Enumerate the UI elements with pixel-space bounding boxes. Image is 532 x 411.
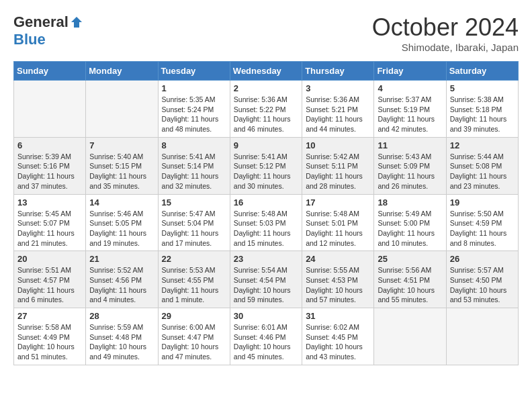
- day-number: 17: [306, 197, 370, 208]
- day-detail: Sunrise: 5:52 AM Sunset: 4:56 PM Dayligh…: [89, 265, 154, 305]
- logo-blue-text: Blue: [13, 31, 46, 48]
- day-number: 11: [378, 140, 442, 150]
- day-number: 26: [450, 254, 515, 264]
- calendar-cell: 9Sunrise: 5:41 AM Sunset: 5:12 PM Daylig…: [230, 137, 302, 194]
- day-number: 24: [306, 254, 370, 264]
- calendar-cell: 2Sunrise: 5:36 AM Sunset: 5:22 PM Daylig…: [230, 81, 302, 138]
- calendar-cell: 31Sunrise: 6:02 AM Sunset: 4:45 PM Dayli…: [302, 308, 374, 365]
- day-number: 27: [17, 311, 82, 321]
- day-number: 9: [234, 140, 298, 150]
- calendar-cell: 17Sunrise: 5:48 AM Sunset: 5:01 PM Dayli…: [302, 194, 374, 251]
- day-number: 18: [378, 197, 442, 208]
- day-number: 28: [89, 311, 154, 321]
- day-detail: Sunrise: 6:00 AM Sunset: 4:47 PM Dayligh…: [162, 322, 226, 362]
- calendar-cell: 14Sunrise: 5:46 AM Sunset: 5:05 PM Dayli…: [86, 194, 158, 251]
- day-detail: Sunrise: 5:37 AM Sunset: 5:19 PM Dayligh…: [378, 95, 442, 134]
- day-detail: Sunrise: 5:48 AM Sunset: 5:03 PM Dayligh…: [234, 209, 298, 248]
- day-number: 25: [378, 254, 442, 264]
- month-title: October 2024: [372, 13, 519, 42]
- calendar-cell: 15Sunrise: 5:47 AM Sunset: 5:04 PM Dayli…: [158, 194, 230, 251]
- week-row-4: 20Sunrise: 5:51 AM Sunset: 4:57 PM Dayli…: [14, 251, 519, 308]
- day-detail: Sunrise: 6:02 AM Sunset: 4:45 PM Dayligh…: [306, 322, 370, 362]
- calendar-cell: [14, 81, 86, 138]
- calendar-cell: 25Sunrise: 5:56 AM Sunset: 4:51 PM Dayli…: [374, 251, 446, 308]
- day-detail: Sunrise: 5:47 AM Sunset: 5:04 PM Dayligh…: [162, 209, 226, 248]
- day-detail: Sunrise: 5:35 AM Sunset: 5:24 PM Dayligh…: [162, 95, 226, 134]
- calendar-table: SundayMondayTuesdayWednesdayThursdayFrid…: [13, 61, 519, 365]
- day-number: 23: [234, 254, 298, 264]
- calendar-cell: [374, 308, 446, 365]
- day-number: 5: [450, 83, 515, 93]
- calendar-cell: 12Sunrise: 5:44 AM Sunset: 5:08 PM Dayli…: [446, 137, 518, 194]
- day-detail: Sunrise: 5:50 AM Sunset: 4:59 PM Dayligh…: [450, 209, 515, 248]
- calendar-cell: 3Sunrise: 5:36 AM Sunset: 5:21 PM Daylig…: [302, 81, 374, 138]
- day-number: 4: [378, 83, 442, 93]
- day-number: 22: [162, 254, 226, 264]
- day-number: 1: [162, 83, 226, 93]
- calendar-cell: 18Sunrise: 5:49 AM Sunset: 5:00 PM Dayli…: [374, 194, 446, 251]
- calendar-cell: 27Sunrise: 5:58 AM Sunset: 4:49 PM Dayli…: [14, 308, 86, 365]
- weekday-header-thursday: Thursday: [302, 62, 374, 81]
- day-detail: Sunrise: 5:42 AM Sunset: 5:11 PM Dayligh…: [306, 152, 370, 191]
- day-detail: Sunrise: 5:54 AM Sunset: 4:54 PM Dayligh…: [234, 265, 298, 305]
- day-detail: Sunrise: 5:39 AM Sunset: 5:16 PM Dayligh…: [17, 152, 82, 191]
- day-detail: Sunrise: 5:40 AM Sunset: 5:15 PM Dayligh…: [89, 152, 154, 191]
- weekday-header-monday: Monday: [86, 62, 158, 81]
- svg-marker-0: [71, 17, 82, 28]
- calendar-cell: 1Sunrise: 5:35 AM Sunset: 5:24 PM Daylig…: [158, 81, 230, 138]
- day-number: 7: [89, 140, 154, 150]
- weekday-header-sunday: Sunday: [14, 62, 86, 81]
- day-detail: Sunrise: 5:57 AM Sunset: 4:50 PM Dayligh…: [450, 265, 515, 305]
- calendar-cell: 7Sunrise: 5:40 AM Sunset: 5:15 PM Daylig…: [86, 137, 158, 194]
- calendar-cell: 11Sunrise: 5:43 AM Sunset: 5:09 PM Dayli…: [374, 137, 446, 194]
- day-detail: Sunrise: 5:55 AM Sunset: 4:53 PM Dayligh…: [306, 265, 370, 305]
- calendar-cell: [86, 81, 158, 138]
- logo: General Blue: [13, 13, 83, 48]
- day-detail: Sunrise: 5:43 AM Sunset: 5:09 PM Dayligh…: [378, 152, 442, 191]
- page-header: General Blue October 2024 Shimodate, Iba…: [13, 13, 519, 53]
- calendar-cell: 24Sunrise: 5:55 AM Sunset: 4:53 PM Dayli…: [302, 251, 374, 308]
- calendar-cell: 28Sunrise: 5:59 AM Sunset: 4:48 PM Dayli…: [86, 308, 158, 365]
- day-detail: Sunrise: 5:53 AM Sunset: 4:55 PM Dayligh…: [162, 265, 226, 305]
- day-number: 15: [162, 197, 226, 208]
- location: Shimodate, Ibaraki, Japan: [372, 42, 519, 53]
- day-detail: Sunrise: 5:56 AM Sunset: 4:51 PM Dayligh…: [378, 265, 442, 305]
- day-number: 14: [89, 197, 154, 208]
- logo-icon: [70, 15, 83, 29]
- calendar-cell: 10Sunrise: 5:42 AM Sunset: 5:11 PM Dayli…: [302, 137, 374, 194]
- calendar-cell: 13Sunrise: 5:45 AM Sunset: 5:07 PM Dayli…: [14, 194, 86, 251]
- calendar-cell: 26Sunrise: 5:57 AM Sunset: 4:50 PM Dayli…: [446, 251, 518, 308]
- logo-general-text: General: [13, 13, 69, 31]
- day-detail: Sunrise: 5:38 AM Sunset: 5:18 PM Dayligh…: [450, 95, 515, 134]
- day-number: 20: [17, 254, 82, 264]
- weekday-header-tuesday: Tuesday: [158, 62, 230, 81]
- day-detail: Sunrise: 5:41 AM Sunset: 5:12 PM Dayligh…: [234, 152, 298, 191]
- calendar-cell: 19Sunrise: 5:50 AM Sunset: 4:59 PM Dayli…: [446, 194, 518, 251]
- calendar-cell: 4Sunrise: 5:37 AM Sunset: 5:19 PM Daylig…: [374, 81, 446, 138]
- day-detail: Sunrise: 5:44 AM Sunset: 5:08 PM Dayligh…: [450, 152, 515, 191]
- calendar-cell: 21Sunrise: 5:52 AM Sunset: 4:56 PM Dayli…: [86, 251, 158, 308]
- day-detail: Sunrise: 5:49 AM Sunset: 5:00 PM Dayligh…: [378, 209, 442, 248]
- day-detail: Sunrise: 5:58 AM Sunset: 4:49 PM Dayligh…: [17, 322, 82, 362]
- day-detail: Sunrise: 5:48 AM Sunset: 5:01 PM Dayligh…: [306, 209, 370, 248]
- day-number: 21: [89, 254, 154, 264]
- calendar-cell: 8Sunrise: 5:41 AM Sunset: 5:14 PM Daylig…: [158, 137, 230, 194]
- calendar-cell: 23Sunrise: 5:54 AM Sunset: 4:54 PM Dayli…: [230, 251, 302, 308]
- day-detail: Sunrise: 5:36 AM Sunset: 5:21 PM Dayligh…: [306, 95, 370, 134]
- weekday-header-saturday: Saturday: [446, 62, 518, 81]
- calendar-cell: 30Sunrise: 6:01 AM Sunset: 4:46 PM Dayli…: [230, 308, 302, 365]
- calendar-cell: 20Sunrise: 5:51 AM Sunset: 4:57 PM Dayli…: [14, 251, 86, 308]
- day-number: 3: [306, 83, 370, 93]
- day-number: 6: [17, 140, 82, 150]
- day-detail: Sunrise: 5:45 AM Sunset: 5:07 PM Dayligh…: [17, 209, 82, 248]
- day-number: 31: [306, 311, 370, 321]
- calendar-cell: [446, 308, 518, 365]
- day-number: 29: [162, 311, 226, 321]
- week-row-3: 13Sunrise: 5:45 AM Sunset: 5:07 PM Dayli…: [14, 194, 519, 251]
- title-section: October 2024 Shimodate, Ibaraki, Japan: [372, 13, 519, 53]
- day-detail: Sunrise: 5:41 AM Sunset: 5:14 PM Dayligh…: [162, 152, 226, 191]
- day-number: 19: [450, 197, 515, 208]
- calendar-cell: 5Sunrise: 5:38 AM Sunset: 5:18 PM Daylig…: [446, 81, 518, 138]
- day-detail: Sunrise: 6:01 AM Sunset: 4:46 PM Dayligh…: [234, 322, 298, 362]
- weekday-header-friday: Friday: [374, 62, 446, 81]
